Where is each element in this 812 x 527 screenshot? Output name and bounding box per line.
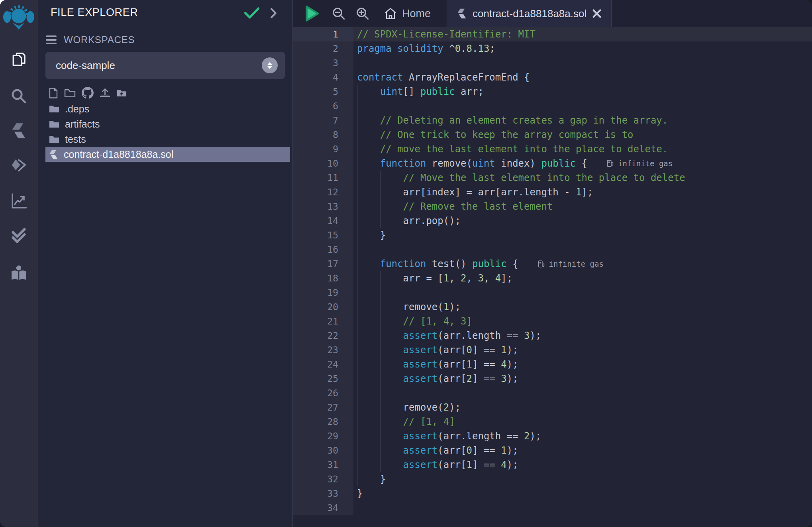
home-icon	[384, 7, 397, 20]
code-line[interactable]: 2pragma solidity ^0.8.13;	[293, 41, 812, 56]
code-line[interactable]: 5 uint[] public arr;	[293, 85, 812, 99]
close-tab-icon[interactable]	[592, 9, 602, 18]
workspace-sort-icon[interactable]	[262, 57, 278, 73]
code-line[interactable]: 7 // Deleting an element creates a gap i…	[293, 113, 812, 128]
github-icon[interactable]	[82, 87, 94, 99]
code-line-text	[353, 285, 812, 300]
tree-folder-row[interactable]: artifacts	[45, 116, 290, 132]
code-line[interactable]: 8 // One trick to keep the array compact…	[293, 128, 812, 142]
learn-icon[interactable]	[0, 262, 37, 285]
code-line[interactable]: 34	[293, 501, 812, 515]
code-line[interactable]: 21 // [1, 4, 3]	[293, 314, 812, 328]
tree-folder-row[interactable]: .deps	[45, 101, 290, 116]
code-line-text: // move the last element into the place …	[353, 142, 812, 156]
gas-badge-label: infinite gas	[618, 156, 673, 171]
code-line[interactable]: 30 assert(arr[0] == 1);	[293, 443, 812, 458]
code-line[interactable]: 12 arr[index] = arr[arr.length - 1];	[293, 185, 812, 199]
remix-logo-icon[interactable]	[3, 3, 34, 33]
selected-file-label: contract-d1a8818a8a.sol	[64, 149, 173, 160]
line-number: 20	[293, 300, 353, 314]
workspaces-menu-icon[interactable]	[46, 35, 57, 44]
line-number: 2	[293, 41, 353, 56]
code-line[interactable]: 6	[293, 99, 812, 113]
code-line-text: remove(1);	[353, 300, 812, 314]
run-script-button[interactable]	[305, 5, 320, 22]
tab-home[interactable]: Home	[384, 7, 431, 20]
accept-check-icon[interactable]	[244, 6, 260, 20]
line-number: 7	[293, 113, 353, 128]
code-line-text: // Move the last element into the place …	[353, 171, 812, 185]
code-line-text: contract ArrayReplaceFromEnd {	[353, 70, 812, 85]
zoom-in-icon[interactable]	[356, 7, 369, 20]
code-line[interactable]: 14 arr.pop();	[293, 214, 812, 228]
unit-test-icon[interactable]	[0, 224, 37, 248]
code-line-text	[353, 56, 812, 70]
analytics-icon[interactable]	[0, 189, 37, 213]
code-line[interactable]: 1// SPDX-License-Identifier: MIT	[293, 27, 812, 41]
search-icon[interactable]	[0, 84, 37, 108]
tree-file-row-selected[interactable]: contract-d1a8818a8a.sol	[45, 147, 290, 162]
tree-folder-label: tests	[65, 134, 86, 145]
upload-file-icon[interactable]	[100, 88, 110, 98]
code-line[interactable]: 20 remove(1);	[293, 300, 812, 314]
line-number: 21	[293, 314, 353, 328]
code-line[interactable]: 31 assert(arr[1] == 4);	[293, 458, 812, 472]
solidity-file-icon	[49, 149, 59, 159]
line-number: 31	[293, 458, 353, 472]
file-explorer-panel: FILE EXPLORER WORKSPACES code-sample	[37, 0, 292, 527]
zoom-out-icon[interactable]	[332, 7, 345, 20]
code-line[interactable]: 10 function remove(uint index) public {i…	[293, 156, 812, 171]
line-number: 25	[293, 372, 353, 386]
code-editor[interactable]: 1// SPDX-License-Identifier: MIT2pragma …	[293, 27, 812, 527]
code-line-text: assert(arr[1] == 4);	[353, 357, 812, 372]
code-line[interactable]: 9 // move the last element into the plac…	[293, 142, 812, 156]
tree-folder-label: artifacts	[65, 118, 100, 130]
new-file-icon[interactable]	[49, 87, 58, 99]
code-line-text: arr.pop();	[353, 214, 812, 228]
code-line-text: arr[index] = arr[arr.length - 1];	[353, 185, 812, 199]
code-line[interactable]: 26	[293, 386, 812, 400]
code-line-text: // [1, 4]	[353, 415, 812, 429]
code-line[interactable]: 24 assert(arr[1] == 4);	[293, 357, 812, 372]
workspaces-row: WORKSPACES	[46, 33, 135, 46]
code-line[interactable]: 4contract ArrayReplaceFromEnd {	[293, 70, 812, 85]
code-line[interactable]: 29 assert(arr.length == 2);	[293, 429, 812, 443]
gas-badge-label: infinite gas	[549, 257, 604, 271]
code-line[interactable]: 28 // [1, 4]	[293, 415, 812, 429]
code-line[interactable]: 25 assert(arr[2] == 3);	[293, 372, 812, 386]
file-explorer-icon[interactable]	[0, 49, 37, 73]
code-line[interactable]: 19	[293, 285, 812, 300]
solidity-compiler-icon[interactable]	[0, 119, 37, 143]
tree-folder-row[interactable]: tests	[45, 132, 290, 147]
code-line[interactable]: 23 assert(arr[0] == 1);	[293, 343, 812, 357]
deploy-run-icon[interactable]	[0, 154, 37, 178]
code-line[interactable]: 18 arr = [1, 2, 3, 4];	[293, 271, 812, 285]
workspace-selector[interactable]: code-sample	[45, 52, 285, 79]
code-line[interactable]: 3	[293, 56, 812, 70]
code-line[interactable]: 15 }	[293, 228, 812, 242]
code-line[interactable]: 16	[293, 242, 812, 257]
collapse-chevron-icon[interactable]	[270, 8, 277, 19]
code-line[interactable]: 13 // Remove the last element	[293, 199, 812, 214]
code-line[interactable]: 11 // Move the last element into the pla…	[293, 171, 812, 185]
code-line[interactable]: 32 }	[293, 472, 812, 486]
code-line[interactable]: 22 assert(arr.length == 3);	[293, 328, 812, 343]
code-line-text	[353, 99, 812, 113]
new-folder-icon[interactable]	[64, 88, 76, 98]
line-number: 34	[293, 501, 353, 515]
file-tree: .deps artifacts tests	[37, 101, 292, 162]
folder-icon	[49, 119, 60, 129]
code-line[interactable]: 33}	[293, 486, 812, 501]
workspace-name: code-sample	[56, 59, 115, 72]
line-number: 16	[293, 242, 353, 257]
tab-contract[interactable]: contract-d1a8818a8a.sol	[447, 0, 612, 27]
folder-icon	[49, 134, 60, 144]
code-line-text	[353, 501, 812, 515]
tab-label: Home	[402, 8, 431, 20]
code-line-text: }	[353, 472, 812, 486]
line-number: 24	[293, 357, 353, 372]
upload-folder-icon[interactable]	[116, 88, 127, 98]
code-line[interactable]: 17 function test() public {infinite gas	[293, 257, 812, 271]
code-line[interactable]: 27 remove(2);	[293, 400, 812, 415]
code-line-text: // SPDX-License-Identifier: MIT	[353, 27, 812, 41]
